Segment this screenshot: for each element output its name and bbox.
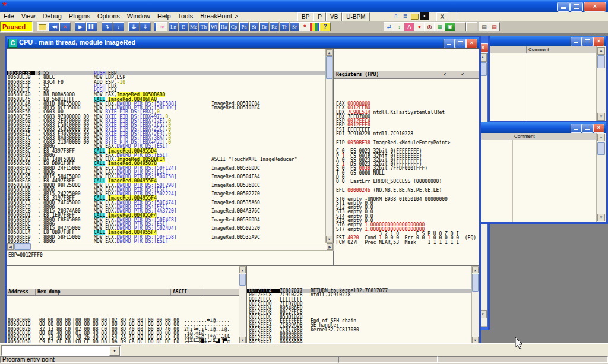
menu-item-view[interactable]: View	[18, 12, 39, 20]
register-line[interactable]: FCW 027F Prec NEAR,53 Mask 1 1 1 1 1 1	[334, 240, 479, 245]
side-window-bottom[interactable]: × Comment ▲ ▼	[476, 122, 608, 224]
restart-button[interactable]: ◀◀	[48, 22, 59, 31]
close-button[interactable]: ×	[584, 2, 606, 12]
dump-hex-header[interactable]: Hex dump	[36, 289, 171, 295]
combobox-dropdown-icon[interactable]: ▼	[109, 346, 120, 356]
open-file-button[interactable]	[37, 22, 48, 31]
run-button[interactable]: ▶	[75, 22, 86, 31]
pane-button-wi[interactable]: Wi	[209, 22, 218, 31]
pane-button-me[interactable]: Me	[189, 22, 198, 31]
goto-button[interactable]: ⇝	[156, 22, 167, 31]
scroll-down-icon[interactable]: ▼	[239, 337, 246, 343]
cpu-titlebar[interactable]: C CPU - main thread, module ImageRed ×	[7, 37, 479, 48]
menu-item-debug[interactable]: Debug	[39, 12, 65, 20]
register-line[interactable]: EDI 7C910228 ntdll.7C910228	[334, 132, 479, 136]
minimize-button[interactable]	[444, 39, 455, 48]
disasm-hscrollbar[interactable]: ◀ ▶	[7, 243, 334, 251]
disasm-row[interactable]: 0050BE38$55PUSH EBP	[7, 71, 333, 75]
side-window-top[interactable]: × Comment ▲ ▼	[488, 36, 608, 123]
scroll-down-icon[interactable]: ▼	[472, 337, 479, 343]
trace-over-button[interactable]: ⇓	[140, 22, 151, 31]
side-window-top-titlebar[interactable]: ×	[490, 36, 606, 46]
disasm-row[interactable]: 0050BEB0.8B0D 98F25000MOV ECX,DWORD PTR …	[7, 183, 333, 188]
pane-button-tr[interactable]: Tr	[280, 22, 289, 31]
disasm-row[interactable]: 0050BE83.C683 21040000 00MOV BYTE PTR DS…	[7, 140, 333, 144]
pane-button-sr[interactable]: Sr	[290, 22, 299, 31]
restore-button[interactable]	[582, 37, 593, 46]
pane-button-st[interactable]: St	[249, 22, 259, 31]
disasm-row[interactable]: 0050BED6.8B0D C8F45000MOV ECX,DWORD PTR …	[7, 218, 333, 222]
comment-column-header[interactable]: Comment	[527, 46, 606, 53]
close-button[interactable]: ×	[593, 124, 604, 133]
minimize-button[interactable]	[557, 2, 570, 12]
console-icon[interactable]: ▪	[420, 12, 429, 20]
minimize-button[interactable]	[571, 124, 582, 133]
disassembly-pane[interactable]: 0050BE38$55PUSH EBP0050BE39.8BECMOV EBP,…	[7, 49, 334, 243]
copy-icon[interactable]: ▯	[391, 12, 401, 20]
plugin-button-vb[interactable]: VB	[326, 12, 342, 21]
scroll-up-icon[interactable]: ▲	[597, 134, 605, 141]
pane-button-ln[interactable]: Ln	[169, 22, 178, 31]
disasm-row[interactable]: 0050BEC3.8B0D 74F45000MOV ECX,DWORD PTR …	[7, 201, 333, 205]
restore-button[interactable]	[582, 124, 593, 133]
menu-item-help[interactable]: Help	[154, 12, 175, 20]
menu-item-plugins[interactable]: Plugins	[65, 12, 94, 20]
register-line[interactable]: O 0 LastErr ERROR_SUCCESS (00000000)	[334, 179, 479, 183]
scroll-up-icon[interactable]: ▲	[472, 267, 479, 273]
close-button[interactable]: ×	[466, 39, 477, 48]
disasm-vscrollbar[interactable]: ▲ ▼	[325, 49, 333, 243]
scroll-right-icon[interactable]: ▶	[327, 243, 333, 250]
scrollbar[interactable]: ▲ ▼	[596, 133, 606, 222]
info-pane[interactable]: EBP=0012FFF0	[7, 251, 334, 265]
pane-button-ha[interactable]: Ha	[219, 22, 229, 31]
menu-item-breakpoint[interactable]: BreakPoint->	[197, 12, 242, 20]
plugin-button-p[interactable]: P	[314, 12, 326, 21]
register-line[interactable]: T 0 GS 0000 NULL	[334, 171, 479, 175]
register-line[interactable]: EFL 00000246 (NO,NB,E,BE,NS,PE,GE,LE)	[334, 188, 479, 192]
restore-button[interactable]	[570, 2, 583, 12]
scroll-down-icon[interactable]: ▼	[326, 236, 332, 242]
plugin-close-button[interactable]: X	[436, 12, 449, 21]
pane-button-br[interactable]: Br	[259, 22, 269, 31]
help-icon[interactable]: ?	[319, 22, 331, 31]
dump-ascii-header[interactable]: ASCII	[171, 289, 204, 295]
trace-into-button[interactable]: ⇊	[128, 22, 140, 31]
folder-icon[interactable]	[410, 12, 420, 20]
side-window-bottom-titlebar[interactable]: ×	[478, 122, 606, 133]
registers-pane[interactable]: Registers (FPU) < < EAX 00000000ECX 0012…	[334, 49, 479, 265]
scroll-left-icon[interactable]: ◀	[7, 243, 14, 250]
comment-column-header[interactable]: Comment	[512, 133, 606, 140]
cpu-window[interactable]: C CPU - main thread, module ImageRed × 0…	[5, 36, 481, 343]
pane-button-re[interactable]: Re	[270, 22, 279, 31]
menu-item-tools[interactable]: Tools	[175, 12, 197, 20]
disasm-row[interactable]: 0050BE9D.8B0D 24F15000MOV ECX,DWORD PTR …	[7, 166, 333, 170]
pane-button-cp[interactable]: Cp	[229, 22, 239, 31]
unnamed-column-header[interactable]	[490, 46, 527, 53]
unnamed-column-header[interactable]	[478, 133, 512, 140]
pause-button[interactable]: ▌▌	[86, 22, 97, 31]
menu-item-window[interactable]: Window	[124, 12, 154, 20]
marked-list-icon[interactable]: ▤	[489, 22, 500, 31]
pane-collapse-icon[interactable]: <	[461, 71, 479, 78]
disasm-row[interactable]: 0050BE8C.E8 4397F8FFCALL ImageRed.004955…	[7, 149, 333, 153]
command-combobox[interactable]: ▼	[1, 345, 121, 356]
pane-collapse-icon[interactable]: <	[444, 71, 461, 78]
plugin-button-bp[interactable]: BP	[297, 12, 314, 21]
close-program-button[interactable]: ×	[59, 22, 71, 31]
scrollbar[interactable]: ▲ ▼	[596, 46, 606, 121]
scroll-up-icon[interactable]: ▲	[326, 49, 332, 56]
plugin-button-u-bpm[interactable]: U-BPM	[342, 12, 369, 21]
stack-pane[interactable]: 0012FFC47C817077RETURN to kernel32.7C817…	[246, 265, 479, 344]
pane-button-e[interactable]: E	[179, 22, 188, 31]
step-into-button[interactable]: ↴	[102, 22, 113, 31]
restore-button[interactable]	[455, 39, 466, 48]
scroll-up-icon[interactable]: ▲	[597, 47, 605, 55]
close-button[interactable]: ×	[593, 37, 604, 46]
book-icon[interactable]: ≣	[401, 12, 410, 20]
pane-button-th[interactable]: Th	[199, 22, 208, 31]
dump-address-header[interactable]: Address	[7, 289, 36, 295]
minimize-button[interactable]	[571, 37, 582, 46]
menu-item-file[interactable]: File	[0, 12, 18, 20]
scroll-down-icon[interactable]: ▼	[597, 113, 605, 121]
disasm-row[interactable]: 0050BE3E.53PUSH EBX	[7, 84, 333, 88]
